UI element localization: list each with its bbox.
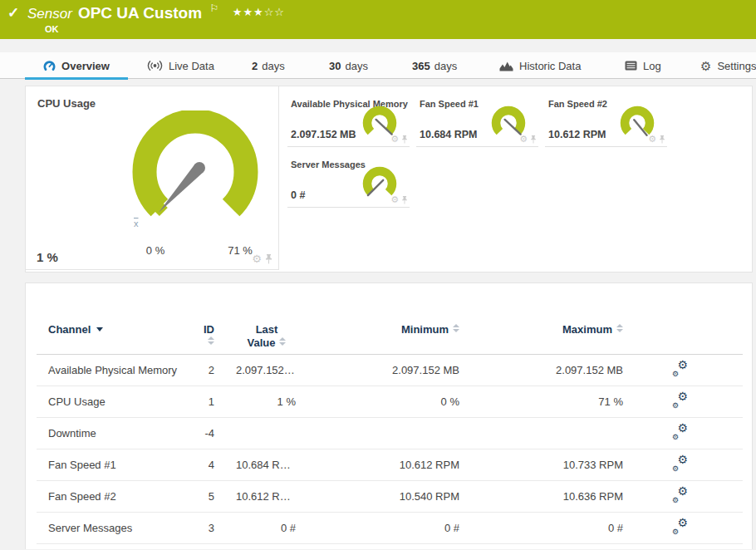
table-row: Fan Speed #2 5 10.612 RPM 10.540 RPM 10.…: [37, 481, 743, 513]
broadcast-icon: [147, 60, 163, 71]
last-value-cell: 1 %: [236, 386, 304, 418]
flag-icon[interactable]: ⚐: [210, 2, 219, 14]
tab-label: days: [345, 60, 367, 72]
priority-stars[interactable]: ★★★☆☆: [233, 6, 285, 18]
gear-icon: ⚙: [700, 60, 711, 72]
minimum-cell: [304, 418, 471, 449]
column-header-actions: [635, 313, 743, 355]
table-row: Fan Speed #1 4 10.684 RPM 10.612 RPM 10.…: [37, 449, 743, 481]
channel-tile-server-messages: Server Messages 0 # ⚙: [287, 153, 410, 208]
tab-30-days[interactable]: 30 days: [329, 52, 368, 79]
column-header-last-value[interactable]: Last Value: [236, 313, 304, 355]
column-header-channel[interactable]: Channel: [37, 313, 203, 355]
column-label: Last: [238, 323, 296, 336]
tab-365-days[interactable]: 365 days: [412, 52, 457, 79]
tile-gear-icon[interactable]: ⚙: [390, 135, 399, 144]
tile-gear-icon[interactable]: ⚙: [390, 195, 399, 204]
tab-overview[interactable]: Overview: [25, 52, 128, 79]
channel-id-cell: 2: [203, 355, 236, 386]
column-label: Minimum: [401, 323, 449, 336]
channel-tile-title: Fan Speed #2: [548, 99, 607, 109]
tab-label: Log: [643, 60, 661, 72]
pin-icon[interactable]: [401, 196, 408, 204]
gauges-panel: CPU Usage x 0 % 71 % 1 % ⚙ Available Phy…: [25, 86, 753, 273]
channel-tile-available-physical-memory: Available Physical Memory 2.097.152 MB ⚙: [287, 92, 410, 147]
minimum-cell: 10.612 RPM: [304, 449, 471, 481]
sort-icon: [279, 337, 286, 346]
channel-tile-value: 10.684 RPM: [420, 129, 477, 140]
primary-channel-value: 1 %: [37, 250, 58, 264]
column-label: Value: [248, 336, 276, 349]
channel-name-cell[interactable]: Downtime: [37, 418, 203, 449]
column-label: ID: [204, 323, 214, 336]
channel-id-cell: 5: [203, 481, 236, 513]
channel-id-cell: 4: [203, 449, 236, 481]
channel-name-cell[interactable]: Fan Speed #1: [37, 449, 203, 481]
column-label: Maximum: [562, 323, 612, 336]
tab-day-count: 365: [412, 60, 430, 72]
tile-gear-icon[interactable]: ⚙: [252, 253, 262, 264]
tab-day-count: 2: [252, 60, 258, 72]
tab-live-data[interactable]: Live Data: [147, 52, 214, 79]
channel-table: Channel ID Last Value Minimum Maximum: [37, 313, 743, 544]
channel-settings-icon[interactable]: ⚙⚙: [671, 457, 690, 470]
minimum-cell: 0 #: [304, 513, 471, 544]
channel-name-cell[interactable]: Fan Speed #2: [37, 481, 203, 513]
tab-2-days[interactable]: 2 days: [252, 52, 285, 79]
table-row: Available Physical Memory 2 2.097.152 MB…: [37, 355, 743, 386]
maximum-cell: 71 %: [471, 386, 635, 418]
tab-day-count: 30: [329, 60, 341, 72]
channel-settings-icon[interactable]: ⚙⚙: [671, 520, 690, 533]
table-header-row: Channel ID Last Value Minimum Maximum: [37, 313, 743, 355]
log-list-icon: [625, 61, 637, 71]
last-value-cell: 0 #: [236, 513, 304, 544]
channel-name-cell[interactable]: CPU Usage: [37, 386, 203, 418]
pin-icon[interactable]: [401, 135, 408, 144]
tab-settings[interactable]: ⚙ Settings: [700, 52, 756, 79]
tab-log[interactable]: Log: [625, 52, 661, 79]
primary-channel-tile: CPU Usage x 0 % 71 % 1 % ⚙: [25, 86, 279, 270]
sort-icon: [453, 324, 459, 332]
channel-id-cell: 1: [203, 386, 236, 418]
gauge-average-marker: x: [134, 219, 139, 228]
sensor-type-label: Sensor: [27, 6, 72, 22]
maximum-cell: 10.733 RPM: [471, 449, 635, 481]
channel-settings-icon[interactable]: ⚙⚙: [671, 425, 690, 439]
pin-icon[interactable]: [265, 254, 272, 264]
channel-tile-title: Fan Speed #1: [420, 99, 479, 109]
channel-table-panel: Channel ID Last Value Minimum Maximum: [25, 282, 753, 549]
channel-name-cell[interactable]: Available Physical Memory: [37, 355, 203, 386]
pin-icon[interactable]: [530, 135, 537, 144]
pin-icon[interactable]: [659, 135, 665, 144]
last-value-cell: 10.684 RPM: [236, 449, 304, 481]
channel-name-cell[interactable]: Server Messages: [37, 513, 203, 544]
sort-icon: [616, 324, 623, 332]
tile-gear-icon[interactable]: ⚙: [648, 135, 656, 144]
minimum-cell: 10.540 RPM: [304, 481, 471, 513]
tab-label: days: [434, 60, 457, 72]
channel-tile-title: Server Messages: [291, 160, 366, 169]
last-value-cell: 10.612 RPM: [236, 481, 304, 513]
channel-id-cell: -4: [203, 418, 236, 449]
gauge-icon: [43, 60, 56, 72]
tab-label: Overview: [61, 60, 110, 72]
column-header-maximum[interactable]: Maximum: [471, 313, 635, 355]
channel-settings-icon[interactable]: ⚙⚙: [671, 394, 690, 407]
area-chart-icon: [499, 61, 513, 71]
channel-settings-icon[interactable]: ⚙⚙: [671, 489, 690, 502]
minimum-cell: 2.097.152 MB: [304, 355, 471, 386]
last-value-cell: 2.097.152 MB: [236, 355, 304, 386]
sensor-title: OPC UA Custom: [78, 4, 202, 22]
tab-historic-data[interactable]: Historic Data: [499, 52, 581, 79]
column-header-id[interactable]: ID: [203, 313, 236, 355]
tab-bar: Overview Live Data 2 days 30 days 365 da…: [0, 52, 756, 79]
tab-label: Live Data: [169, 60, 214, 72]
gauge-scale-min: 0 %: [137, 244, 174, 257]
tile-gear-icon[interactable]: ⚙: [519, 135, 528, 144]
column-header-minimum[interactable]: Minimum: [304, 313, 471, 355]
maximum-cell: [471, 418, 635, 449]
channel-settings-icon[interactable]: ⚙⚙: [671, 362, 690, 376]
table-row: Downtime -4 ⚙⚙: [37, 418, 743, 449]
tab-label: Settings: [717, 60, 756, 72]
sensor-title-line: SensorOPC UA Custom ⚐ ★★★☆☆: [27, 2, 285, 22]
